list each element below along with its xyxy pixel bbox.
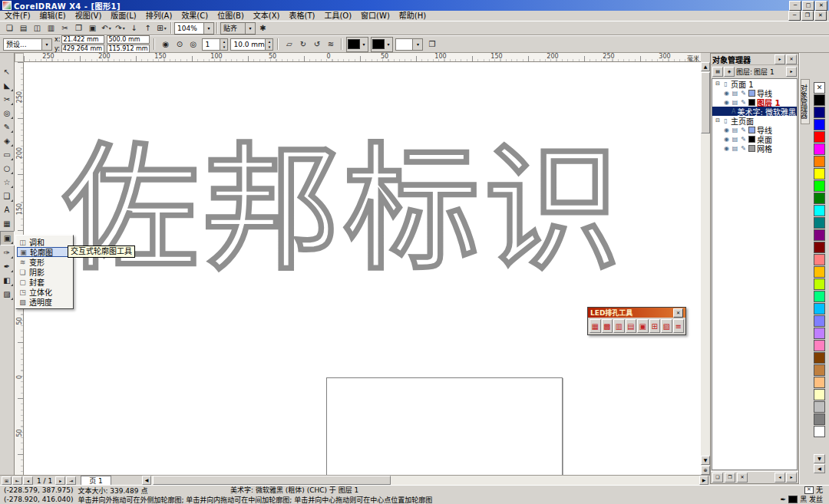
rectangle-tool[interactable]: ▭ — [1, 148, 14, 161]
layer-tree-row[interactable]: ◉▤✎桌面 — [712, 134, 797, 143]
scroll-tabs-left-button[interactable]: ◂ — [775, 473, 785, 483]
outside-offset-button[interactable]: ◎ — [187, 38, 200, 51]
object-height-input[interactable]: 115.912 mm — [107, 44, 150, 53]
menu-item-11[interactable]: 帮助(H) — [395, 11, 431, 21]
scroll-left-button[interactable]: ◀ — [142, 476, 151, 485]
y-position-input[interactable]: 429.264 mm — [61, 44, 104, 53]
linear-contour-colors-button[interactable]: ▱ — [282, 38, 296, 51]
pencil-edit-icon[interactable]: ✎ — [740, 136, 747, 143]
inside-offset-button[interactable]: ⊙ — [173, 38, 186, 51]
export-button[interactable]: ↑ — [141, 21, 154, 35]
chevron-down-icon[interactable]: ▾ — [360, 41, 367, 47]
polygon-tool[interactable]: ☆ — [1, 176, 14, 189]
color-swatch[interactable] — [814, 291, 825, 302]
visibility-eye-icon[interactable]: ◉ — [723, 127, 730, 133]
spinner-arrows-icon[interactable]: ▴▾ — [265, 39, 272, 50]
printer-icon[interactable]: ▤ — [732, 99, 738, 106]
redo-button[interactable]: ↷▾ — [114, 21, 127, 35]
fill-tool[interactable]: ◧ — [1, 274, 14, 287]
color-swatch[interactable] — [814, 364, 825, 376]
outline-color-dropdown[interactable]: ▾ — [346, 37, 368, 52]
last-page-button[interactable]: ⇥ — [66, 476, 76, 485]
scroll-up-button[interactable]: ▲ — [701, 62, 710, 71]
flyout-item-drop-shadow-tool[interactable]: ❏阴影 — [17, 267, 72, 277]
ellipse-tool[interactable]: ○ — [1, 162, 14, 175]
led-hole-pattern-1-button[interactable]: ▦ — [590, 319, 601, 333]
color-swatch[interactable] — [814, 119, 825, 130]
smart-fill-tool[interactable]: ◈ — [1, 134, 14, 147]
flyout-item-transparency-tool[interactable]: ▨透明度 — [17, 297, 72, 307]
horizontal-scroll-thumb[interactable] — [153, 476, 391, 485]
led-hole-pattern-3-button[interactable]: ▥ — [613, 319, 625, 333]
doc-close-button[interactable]: ✕ — [814, 11, 827, 21]
first-page-button[interactable]: ⇤ — [12, 476, 22, 485]
layer-tree-row[interactable]: ⊟▯页面 1 — [712, 79, 797, 88]
delete-layer-button[interactable]: ✕ — [737, 473, 748, 483]
interactive-fill-tool[interactable]: ▨ — [1, 288, 14, 301]
scroll-down-button[interactable]: ▼ — [701, 456, 710, 465]
document-navigator-button[interactable]: ⊕ — [701, 466, 710, 475]
to-center-button[interactable]: ◉ — [159, 38, 172, 51]
layer-tree-row[interactable]: A美术字: 微软雅黑 — [712, 107, 797, 116]
color-swatch[interactable] — [814, 340, 825, 351]
pencil-edit-icon[interactable]: ✎ — [740, 127, 747, 133]
layer-color-chip[interactable] — [748, 127, 755, 133]
chevron-down-icon[interactable]: ▾ — [245, 23, 255, 34]
color-swatch[interactable] — [814, 389, 825, 400]
menu-item-9[interactable]: 工具(O) — [319, 11, 356, 21]
color-swatch[interactable] — [814, 107, 825, 118]
cut-button[interactable]: ✂ — [58, 21, 71, 35]
basic-shapes-tool[interactable]: ❑ — [1, 189, 14, 203]
previous-page-button[interactable]: ◂ — [23, 476, 33, 485]
docker-tab-object-manager[interactable]: 对象管理器 — [801, 79, 810, 124]
chevron-down-icon[interactable]: ▾ — [203, 23, 213, 34]
led-toolbar-titlebar[interactable]: LED排孔工具 ✕ — [588, 308, 685, 318]
new-button[interactable]: ❏ — [3, 21, 16, 35]
visibility-eye-icon[interactable]: ◉ — [723, 136, 730, 143]
object-and-color-acceleration-button[interactable]: ≋ — [324, 38, 337, 51]
led-hole-pattern-5-button[interactable]: ▣ — [637, 319, 649, 333]
copy-contour-properties-button[interactable]: ❐ — [425, 38, 438, 51]
color-swatch[interactable] — [814, 328, 825, 339]
chevron-down-icon[interactable]: ▾ — [412, 39, 422, 50]
chevron-down-icon[interactable]: ▾ — [164, 25, 167, 31]
paste-button[interactable]: ▣ — [86, 21, 99, 35]
object-manager-view-button[interactable]: ▤ — [712, 67, 723, 77]
eyedropper-tool[interactable]: ✑ — [1, 246, 14, 259]
ruler-origin-corner[interactable] — [15, 53, 24, 62]
menu-item-0[interactable]: 文件(F) — [0, 11, 35, 21]
text-tool[interactable]: A — [1, 203, 14, 216]
close-button[interactable]: ✕ — [815, 1, 827, 11]
color-swatch[interactable] — [814, 205, 825, 216]
menu-item-6[interactable]: 位图(B) — [213, 11, 249, 21]
misc-combo[interactable]: ▾ — [395, 38, 423, 51]
color-swatch[interactable] — [814, 156, 825, 167]
layer-color-chip[interactable] — [748, 99, 755, 106]
color-swatch[interactable] — [814, 242, 825, 253]
doc-minimize-button[interactable]: ─ — [788, 11, 801, 21]
palette-expand-button[interactable]: ◀ — [814, 464, 825, 473]
zoom-level-combo[interactable]: 104% ▾ — [174, 22, 214, 35]
object-width-input[interactable]: 500.0 mm — [107, 35, 150, 44]
chevron-down-icon[interactable]: ▾ — [41, 39, 51, 50]
vertical-scrollbar[interactable]: ▲ ▼ ⊕ — [701, 62, 710, 475]
layer-color-chip[interactable] — [748, 145, 755, 152]
menu-item-4[interactable]: 排列(A) — [141, 11, 177, 21]
layer-tree-row[interactable]: ◉▤✎导线 — [712, 125, 797, 134]
clockwise-contour-colors-button[interactable]: ↻ — [296, 38, 309, 51]
printer-icon[interactable]: ▤ — [732, 136, 738, 143]
expand-icon[interactable]: ⊟ — [715, 117, 721, 124]
layer-color-chip[interactable] — [748, 90, 755, 97]
visibility-eye-icon[interactable]: ◉ — [723, 90, 730, 97]
drawing-canvas[interactable]: 佐邦标识 LED排孔工具 ✕ ▦▩▥▤▣⊞▧≡ — [24, 62, 701, 475]
chevron-down-icon[interactable]: ▾ — [123, 25, 125, 31]
page-flyout-button[interactable]: ⊞ — [2, 476, 12, 485]
layer-tree-row[interactable]: ⊟▯主页面 — [712, 116, 797, 125]
freehand-tool[interactable]: ✎ — [1, 120, 14, 133]
color-swatch[interactable] — [814, 229, 825, 241]
table-tool[interactable]: ▦ — [1, 217, 14, 230]
color-swatch[interactable] — [814, 94, 825, 106]
options-button[interactable]: ✱ — [256, 21, 269, 35]
layer-tree-row[interactable]: ◉▤✎网格 — [712, 143, 797, 153]
close-icon[interactable]: ✕ — [786, 54, 797, 64]
